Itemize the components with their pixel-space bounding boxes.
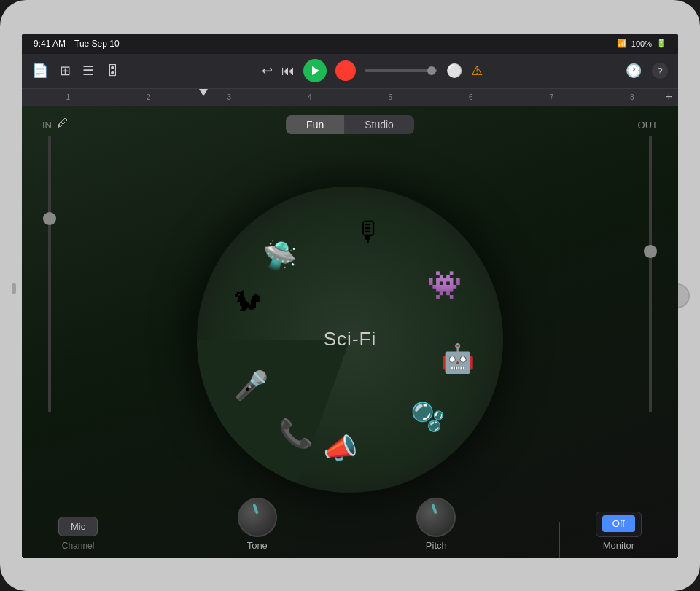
tone-label: Tone: [247, 540, 268, 551]
fun-mode-button[interactable]: Fun: [286, 115, 344, 134]
toolbar: 📄 ⊞ ☰ 🎛 ↩ ⏮ ⚪ ⚠ 🕐 ?: [22, 54, 678, 89]
monitor-off-button[interactable]: Off: [602, 515, 635, 532]
input-volume-slider[interactable]: [42, 136, 57, 412]
voice-effect-wheel[interactable]: Sci-Fi 🛸 🎙 👾 🤖 🫧 📣 📞: [197, 187, 503, 493]
output-volume-slider[interactable]: [643, 136, 658, 412]
mic-channel-control: Mic Channel: [58, 517, 98, 551]
toolbar-left: 📄 ⊞ ☰ 🎛: [32, 63, 119, 79]
side-button[interactable]: [12, 283, 16, 294]
status-right: 📶 100% 🔋: [617, 39, 666, 48]
clock-icon[interactable]: 🕐: [626, 63, 642, 79]
status-left: 9:41 AM Tue Sep 10: [34, 39, 120, 49]
warning-icon: ⚠: [471, 63, 483, 79]
telephone-effect-icon[interactable]: 📞: [279, 418, 313, 450]
selected-effect-label: Sci-Fi: [324, 328, 376, 351]
ruler-mark-8: 8: [592, 93, 673, 101]
monster-effect-icon[interactable]: 👾: [427, 269, 462, 301]
monitor-control: Off Monitor: [596, 512, 642, 551]
ipad-frame: 9:41 AM Tue Sep 10 📶 100% 🔋 📄 ⊞ ☰ 🎛 ↩ ⏮: [0, 0, 700, 591]
wheel-circle: Sci-Fi 🛸 🎙 👾 🤖 🫧 📣 📞: [197, 187, 503, 493]
ruler-mark-4: 4: [270, 93, 351, 101]
settings-sliders-button[interactable]: 🎛: [106, 63, 119, 79]
chipmunk-effect-icon[interactable]: 🐿: [233, 286, 261, 318]
tone-control: Tone: [238, 498, 277, 551]
out-label: OUT: [638, 120, 658, 130]
toolbar-center: ↩ ⏮ ⚪ ⚠: [262, 59, 483, 82]
master-volume-slider[interactable]: [365, 69, 438, 72]
timeline-ruler: 1 2 3 4 5 6 7 8 +: [22, 89, 678, 106]
input-slider-thumb[interactable]: [43, 212, 56, 225]
time-display: 9:41 AM: [34, 39, 66, 49]
tracks-view-button[interactable]: ⊞: [60, 63, 71, 79]
robot-effect-icon[interactable]: 🤖: [440, 343, 475, 375]
battery-icon: 🔋: [656, 39, 666, 48]
in-label: IN: [42, 120, 52, 130]
studio-mode-button[interactable]: Studio: [344, 115, 414, 134]
pickup-icon: 🖊: [57, 117, 69, 130]
arrow-indicator-left: [311, 522, 311, 558]
rewind-button[interactable]: ⏮: [281, 63, 295, 79]
play-button[interactable]: [303, 59, 327, 82]
vintage-mic-effect-icon[interactable]: 🎙: [355, 216, 383, 247]
monitor-box: Off: [596, 512, 642, 537]
volume-icon: ⚪: [446, 63, 462, 79]
handheld-mic-effect-icon[interactable]: 🎤: [234, 369, 268, 402]
bubbles-effect-icon[interactable]: 🫧: [411, 401, 445, 433]
mode-toggle: Fun Studio: [286, 115, 414, 134]
ruler-mark-6: 6: [431, 93, 512, 101]
mic-channel-button[interactable]: Mic: [58, 517, 98, 536]
pitch-control: Pitch: [416, 498, 456, 551]
monitor-label: Monitor: [603, 540, 634, 551]
new-file-button[interactable]: 📄: [32, 63, 48, 79]
date-display: Tue Sep 10: [74, 39, 120, 49]
output-slider-thumb[interactable]: [644, 245, 657, 258]
megaphone-effect-icon[interactable]: 📣: [323, 432, 357, 464]
channel-label: Channel: [62, 541, 95, 551]
help-button[interactable]: ?: [652, 63, 668, 79]
playhead[interactable]: [199, 89, 208, 96]
ipad-screen: 9:41 AM Tue Sep 10 📶 100% 🔋 📄 ⊞ ☰ 🎛 ↩ ⏮: [22, 34, 678, 558]
status-bar: 9:41 AM Tue Sep 10 📶 100% 🔋: [22, 34, 678, 54]
pitch-knob[interactable]: [416, 498, 456, 537]
wifi-icon: 📶: [617, 39, 627, 48]
record-button[interactable]: [335, 60, 356, 81]
add-track-button[interactable]: +: [666, 90, 672, 103]
tone-knob[interactable]: [238, 498, 277, 537]
ufo-effect-icon[interactable]: 🛸: [262, 240, 297, 272]
undo-button[interactable]: ↩: [262, 63, 273, 79]
ruler-mark-5: 5: [350, 93, 431, 101]
mixer-button[interactable]: ☰: [82, 63, 94, 79]
output-slider-track: [649, 136, 652, 412]
ruler-mark-7: 7: [511, 93, 592, 101]
ruler-mark-2: 2: [109, 93, 190, 101]
toolbar-right: 🕐 ?: [626, 63, 668, 79]
pitch-label: Pitch: [426, 540, 447, 551]
arrow-indicator-right: [559, 522, 560, 558]
bottom-controls: Mic Channel Tone Pitch Off: [58, 498, 642, 551]
battery-display: 100%: [631, 39, 652, 48]
ruler-mark-1: 1: [28, 93, 109, 101]
main-content: IN 🖊 OUT Fun Studio: [22, 106, 678, 558]
ruler-marks: 1 2 3 4 5 6 7 8: [28, 93, 672, 101]
input-slider-track: [48, 136, 51, 412]
